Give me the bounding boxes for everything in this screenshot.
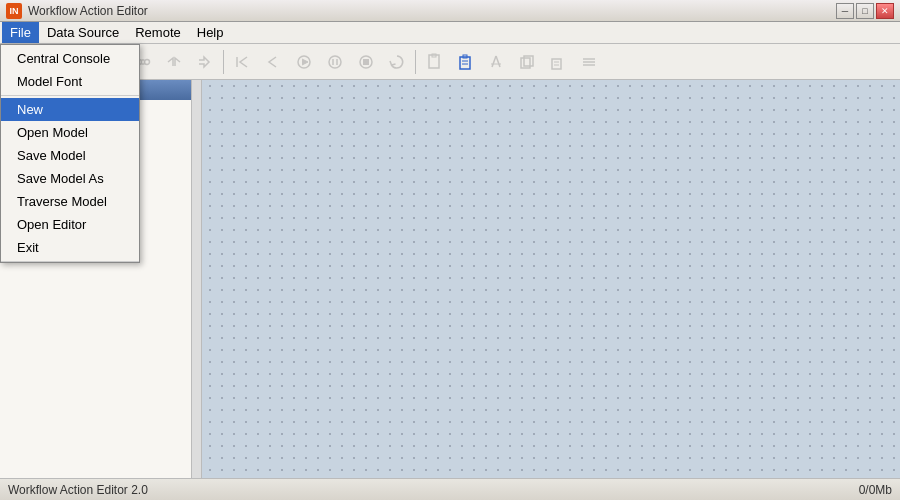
window-controls: ─ □ ✕ [836,3,894,19]
cut-icon [487,53,505,71]
toolbar-btn-doc[interactable] [419,48,449,76]
menu-item-central-console[interactable]: Central Console [1,47,139,70]
title-bar: IN Workflow Action Editor ─ □ ✕ [0,0,900,22]
menu-item-save-model-as[interactable]: Save Model As [1,167,139,190]
t3-icon [165,53,183,71]
toolbar-btn-t3[interactable] [159,48,189,76]
svg-point-12 [145,59,150,64]
menu-item-model-font[interactable]: Model Font [1,70,139,93]
toolbar-btn-play[interactable] [289,48,319,76]
status-text: Workflow Action Editor 2.0 [8,483,148,497]
maximize-button[interactable]: □ [856,3,874,19]
toolbar-separator-2 [415,50,416,74]
menu-bar: File Data Source Remote Help [0,22,900,44]
menu-item-traverse-model[interactable]: Traverse Model [1,190,139,213]
toolbar-btn-more[interactable] [574,48,604,76]
more-icon [580,53,598,71]
status-bar: Workflow Action Editor 2.0 0/0Mb [0,478,900,500]
svg-rect-33 [552,59,561,69]
play-icon [295,53,313,71]
pause-icon [326,53,344,71]
toolbar-btn-clipboard[interactable] [450,48,480,76]
toolbar-btn-back[interactable] [258,48,288,76]
scroll-indicator[interactable] [192,80,202,478]
menu-item-new[interactable]: New [1,98,139,121]
paste-icon [549,53,567,71]
toolbar-btn-t4[interactable] [190,48,220,76]
memory-indicator: 0/0Mb [859,483,892,497]
stop-icon [357,53,375,71]
svg-rect-24 [460,57,470,69]
title-text: Workflow Action Editor [28,4,836,18]
svg-point-17 [329,56,341,68]
back-icon [264,53,282,71]
toolbar-btn-copy[interactable] [512,48,542,76]
menu-item-open-editor[interactable]: Open Editor [1,213,139,236]
toolbar-btn-reload[interactable] [382,48,412,76]
toolbar-btn-stop[interactable] [351,48,381,76]
prev-icon [233,53,251,71]
reload-icon [388,53,406,71]
file-dropdown-menu: Central Console Model Font New Open Mode… [0,44,140,263]
menu-datasource[interactable]: Data Source [39,22,127,43]
dropdown-section-1: Central Console Model Font [1,45,139,96]
canvas-area[interactable] [192,80,900,478]
toolbar-btn-pause[interactable] [320,48,350,76]
svg-line-28 [492,56,496,67]
close-button[interactable]: ✕ [876,3,894,19]
doc-icon [425,53,443,71]
minimize-button[interactable]: ─ [836,3,854,19]
toolbar-btn-cut[interactable] [481,48,511,76]
menu-remote[interactable]: Remote [127,22,189,43]
clipboard-icon [456,53,474,71]
toolbar-btn-prev[interactable] [227,48,257,76]
copy-icon [518,53,536,71]
svg-rect-21 [363,59,369,65]
menu-file[interactable]: File [2,22,39,43]
svg-line-29 [496,56,500,67]
menu-help[interactable]: Help [189,22,232,43]
t4-icon [196,53,214,71]
menu-item-save-model[interactable]: Save Model [1,144,139,167]
app-logo: IN [6,3,22,19]
toolbar-separator-1 [223,50,224,74]
dropdown-section-2: New Open Model Save Model Save Model As … [1,96,139,262]
menu-item-open-model[interactable]: Open Model [1,121,139,144]
menu-item-exit[interactable]: Exit [1,236,139,259]
toolbar-btn-paste[interactable] [543,48,573,76]
canvas-dots [192,80,900,478]
